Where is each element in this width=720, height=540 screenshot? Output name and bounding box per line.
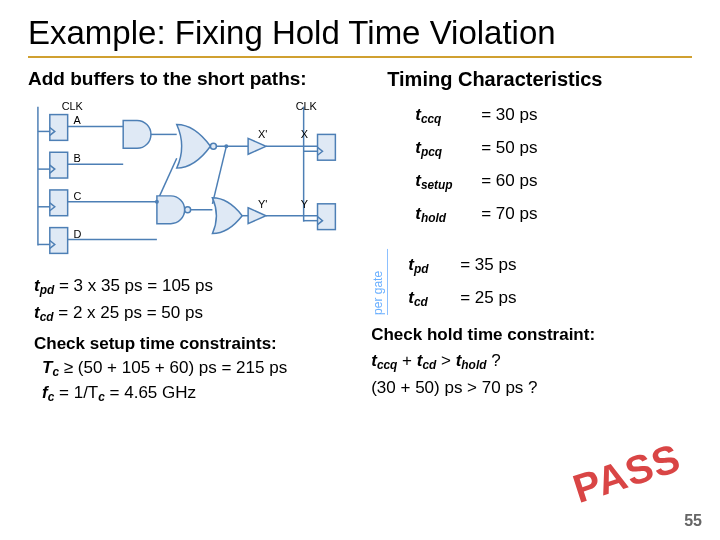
sig-x: X (301, 128, 309, 140)
sig-b: B (74, 152, 81, 164)
svg-rect-4 (318, 134, 336, 160)
svg-point-28 (224, 144, 228, 148)
tpd-calc: tpd = 3 x 35 ps = 105 ps (28, 276, 355, 297)
svg-rect-5 (318, 204, 336, 230)
hold-check-head: Check hold time constraint: (371, 325, 692, 345)
per-gate-table: tpd= 35 ps tcd= 25 ps (398, 249, 526, 315)
setup-check-1: Tc ≥ (50 + 105 + 60) ps = 215 ps (28, 358, 355, 379)
left-column: Add buffers to the short paths: .w{strok… (28, 68, 355, 408)
sig-yp: Y' (258, 198, 267, 210)
right-column: Timing Characteristics tccq= 30 ps tpcq=… (371, 68, 692, 408)
hold-check-2: (30 + 50) ps > 70 ps ? (371, 378, 692, 398)
svg-point-23 (185, 207, 191, 213)
sig-y: Y (301, 198, 309, 210)
pass-stamp: PASS (568, 435, 686, 512)
table-row: thold= 70 ps (405, 198, 547, 231)
sig-a: A (74, 114, 82, 126)
svg-rect-3 (50, 228, 68, 254)
right-heading: Timing Characteristics (387, 68, 692, 91)
svg-line-25 (212, 146, 226, 204)
body-columns: Add buffers to the short paths: .w{strok… (28, 68, 692, 408)
clk-label-right: CLK (296, 100, 318, 112)
svg-rect-0 (50, 115, 68, 141)
title-rule (28, 56, 692, 58)
svg-rect-2 (50, 190, 68, 216)
setup-check-2: fc = 1/Tc = 4.65 GHz (28, 383, 355, 404)
setup-check-head: Check setup time constraints: (28, 334, 355, 354)
sig-d: D (74, 228, 82, 240)
sig-xp: X' (258, 128, 267, 140)
page-number: 55 (684, 512, 702, 530)
left-heading: Add buffers to the short paths: (28, 68, 355, 90)
table-row: tsetup= 60 ps (405, 165, 547, 198)
table-row: tpcq= 50 ps (405, 132, 547, 165)
svg-point-19 (210, 143, 216, 149)
table-row: tpd= 35 ps (398, 249, 526, 282)
tcd-calc: tcd = 2 x 25 ps = 50 ps (28, 303, 355, 324)
timing-table: tccq= 30 ps tpcq= 50 ps tsetup= 60 ps th… (405, 99, 547, 231)
svg-point-29 (155, 200, 159, 204)
table-row: tccq= 30 ps (405, 99, 547, 132)
hold-check-1: tccq + tcd > thold ? (371, 351, 692, 372)
svg-rect-1 (50, 152, 68, 178)
sig-c: C (74, 190, 82, 202)
clk-label-left: CLK (62, 100, 84, 112)
per-gate-block: per gate tpd= 35 ps tcd= 25 ps (371, 249, 692, 315)
slide-title: Example: Fixing Hold Time Violation (28, 14, 692, 52)
table-row: tcd= 25 ps (398, 282, 526, 315)
per-gate-label: per gate (371, 249, 388, 315)
circuit-diagram: .w{stroke:#4d7fb5;stroke-width:1.5;fill:… (28, 98, 355, 266)
